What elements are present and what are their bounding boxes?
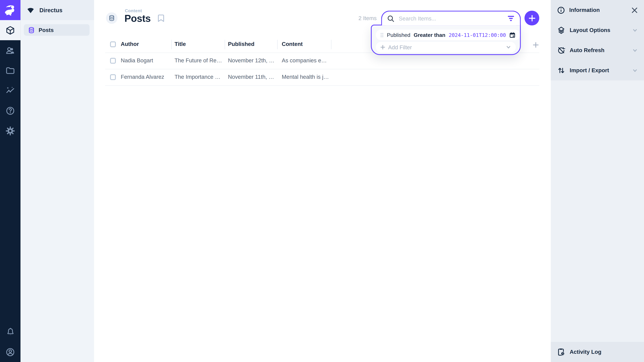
module-content[interactable] [0, 20, 20, 40]
activity-log-icon [557, 348, 565, 356]
sidebar-section-information[interactable]: Information [551, 0, 644, 20]
collection-avatar [106, 12, 118, 24]
sidebar-section-auto-refresh[interactable]: Auto Refresh [551, 40, 644, 60]
column-header-title[interactable]: Title [174, 41, 186, 47]
sidebar-section-label: Import / Export [570, 67, 609, 73]
row-checkbox[interactable] [110, 58, 116, 63]
project-header[interactable]: Directus [20, 0, 94, 20]
info-icon [557, 6, 565, 14]
filter-panel: Published Greater than 2024-11-01T12:00:… [371, 25, 521, 55]
cell-author: Nadia Bogart [121, 58, 169, 63]
module-bar [0, 0, 20, 362]
cell-title: The Future of Re… [174, 58, 223, 63]
chevron-down-icon [632, 27, 638, 33]
filter-value[interactable]: 2024-11-01T12:00:00 [448, 32, 506, 38]
sidebar-section-import-export[interactable]: Import / Export [551, 60, 644, 80]
chevron-down-icon [632, 47, 638, 53]
activity-log-button[interactable]: Activity Log [551, 342, 644, 362]
sidebar-item-posts[interactable]: Posts [24, 24, 90, 36]
column-header-author[interactable]: Author [121, 41, 139, 47]
navigation-sidebar: Directus Posts [20, 0, 94, 362]
right-sidebar: Information Layout Options [551, 0, 644, 362]
help-icon [5, 106, 15, 116]
box-icon [5, 25, 15, 35]
cell-author: Fernanda Alvarez [121, 74, 169, 80]
notifications-button[interactable] [0, 322, 20, 342]
module-settings[interactable] [0, 121, 20, 141]
row-checkbox[interactable] [110, 74, 116, 80]
cell-content: Mental health is j… [282, 74, 330, 80]
module-insights[interactable] [0, 80, 20, 100]
column-divider [277, 40, 278, 49]
column-divider [225, 40, 225, 49]
users-icon [5, 45, 15, 55]
sidebar-section-layout-options[interactable]: Layout Options [551, 20, 644, 40]
plus-icon [532, 42, 539, 48]
module-user-directory[interactable] [0, 40, 20, 60]
insights-icon [5, 86, 15, 95]
sidebar-section-label: Information [569, 7, 600, 13]
add-filter-button[interactable]: Add Filter [376, 42, 516, 53]
page-title: Posts [124, 13, 150, 24]
row-divider [105, 85, 539, 86]
project-name: Directus [40, 7, 62, 13]
filter-operator[interactable]: Greater than [414, 32, 445, 38]
row-divider [105, 69, 539, 69]
cell-published: November 11th, … [228, 74, 276, 80]
cell-title: The Importance … [174, 74, 223, 80]
add-item-button[interactable] [524, 11, 539, 25]
column-header-published[interactable]: Published [228, 41, 254, 47]
breadcrumb: Content [125, 8, 142, 13]
folder-icon [5, 65, 15, 75]
calendar-icon[interactable] [509, 32, 515, 38]
chevron-down-icon [632, 67, 638, 73]
cell-content: As companies e… [282, 58, 330, 63]
bookmark-icon[interactable] [158, 14, 164, 22]
add-column-button[interactable] [532, 41, 539, 48]
layers-icon [557, 26, 565, 34]
filter-icon[interactable] [508, 15, 514, 21]
plus-icon [528, 14, 536, 22]
column-header-content[interactable]: Content [282, 41, 303, 47]
bell-icon [6, 327, 15, 337]
filter-rule[interactable]: Published Greater than 2024-11-01T12:00:… [376, 29, 520, 40]
account-icon [5, 347, 15, 357]
sidebar-sections: Information Layout Options [551, 0, 644, 80]
gear-icon [5, 126, 15, 136]
search-input[interactable] [398, 15, 508, 22]
plus-icon [380, 45, 385, 50]
chevron-down-icon [506, 44, 511, 50]
items-count: 2 Items [328, 15, 377, 21]
sidebar-section-label: Auto Refresh [570, 47, 604, 53]
wifi-icon [26, 6, 35, 14]
search-bar [381, 11, 521, 25]
app: Directus Posts Content Posts [0, 0, 644, 362]
database-icon [108, 15, 115, 21]
search-icon [387, 14, 395, 22]
close-icon[interactable] [631, 7, 638, 13]
import-export-icon [557, 66, 565, 74]
account-button[interactable] [0, 342, 20, 362]
cell-published: November 12th, … [228, 58, 276, 63]
database-icon [28, 26, 35, 33]
activity-log-label: Activity Log [570, 349, 602, 355]
column-divider [171, 40, 172, 49]
sidebar-section-label: Layout Options [570, 27, 610, 33]
sidebar-item-label: Posts [38, 27, 54, 33]
module-docs[interactable] [0, 100, 20, 121]
filter-field[interactable]: Published [387, 32, 410, 38]
directus-logo-button[interactable] [0, 0, 20, 20]
module-file-library[interactable] [0, 60, 20, 80]
column-divider [331, 40, 332, 49]
drag-handle-icon[interactable] [380, 32, 384, 37]
add-filter-label: Add Filter [388, 44, 412, 50]
select-all-checkbox[interactable] [110, 41, 116, 47]
refresh-off-icon [557, 46, 565, 54]
directus-rabbit-logo-icon [3, 3, 18, 17]
